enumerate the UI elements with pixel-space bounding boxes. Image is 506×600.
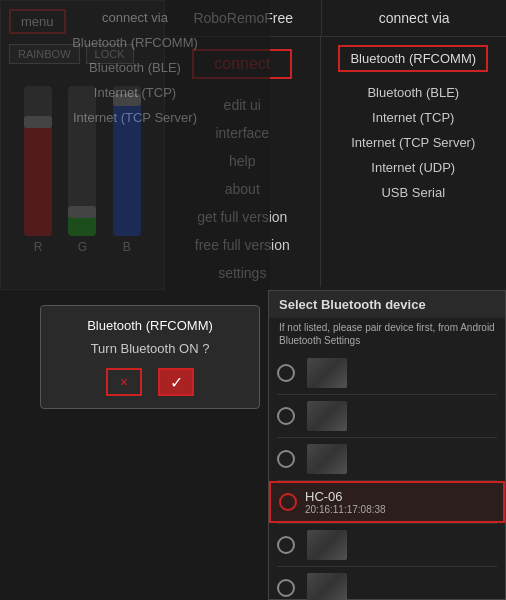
bottom-left-panel: connect via Bluetooth (RFCOMM) Bluetooth… xyxy=(0,0,270,310)
dialog-buttons: × ✓ xyxy=(53,368,247,396)
device-radio-5[interactable] xyxy=(277,579,295,597)
device-thumb-2 xyxy=(307,444,347,474)
device-info-2 xyxy=(303,444,497,474)
device-item-2[interactable] xyxy=(269,438,505,480)
device-thumb-5 xyxy=(307,573,347,600)
dialog-title: Bluetooth (RFCOMM) xyxy=(53,318,247,333)
connect-options-column: Bluetooth (RFCOMM) Bluetooth (BLE) Inter… xyxy=(321,37,506,287)
device-thumb-0 xyxy=(307,358,347,388)
device-info-1 xyxy=(303,401,497,431)
device-item-0[interactable] xyxy=(269,352,505,394)
device-item-5[interactable] xyxy=(269,567,505,600)
device-item-4[interactable] xyxy=(269,524,505,566)
bluetooth-device-panel: Select Bluetooth device If not listed, p… xyxy=(268,290,506,600)
bottom-option-1: Bluetooth (BLE) xyxy=(0,55,270,80)
bottom-option-3: Internet (TCP Server) xyxy=(0,105,270,130)
device-name-hc06: HC-06 xyxy=(305,489,495,504)
device-radio-1[interactable] xyxy=(277,407,295,425)
device-info-4 xyxy=(303,530,497,560)
device-radio-2[interactable] xyxy=(277,450,295,468)
bluetooth-rfcomm-option[interactable]: Bluetooth (RFCOMM) xyxy=(338,45,488,72)
internet-tcp-option[interactable]: Internet (TCP) xyxy=(321,105,506,130)
device-thumb-4 xyxy=(307,530,347,560)
device-radio-0[interactable] xyxy=(277,364,295,382)
device-item-1[interactable] xyxy=(269,395,505,437)
device-info-5 xyxy=(303,573,497,600)
internet-udp-option[interactable]: Internet (UDP) xyxy=(321,155,506,180)
device-info-hc06: HC-06 20:16:11:17:08:38 xyxy=(305,489,495,515)
device-list: HC-06 20:16:11:17:08:38 xyxy=(269,352,505,600)
device-thumb-1 xyxy=(307,401,347,431)
internet-tcp-server-option[interactable]: Internet (TCP Server) xyxy=(321,130,506,155)
dialog-confirm-button[interactable]: ✓ xyxy=(158,368,194,396)
dialog-cancel-button[interactable]: × xyxy=(106,368,142,396)
device-radio-hc06[interactable] xyxy=(279,493,297,511)
bluetooth-ble-option[interactable]: Bluetooth (BLE) xyxy=(321,80,506,105)
device-radio-4[interactable] xyxy=(277,536,295,554)
bottom-option-2: Internet (TCP) xyxy=(0,80,270,105)
device-panel-header: Select Bluetooth device xyxy=(269,291,505,318)
device-address-hc06: 20:16:11:17:08:38 xyxy=(305,504,495,515)
bluetooth-dialog: Bluetooth (RFCOMM) Turn Bluetooth ON ? ×… xyxy=(40,305,260,409)
device-panel-subtitle: If not listed, please pair device first,… xyxy=(269,318,505,352)
usb-serial-option[interactable]: USB Serial xyxy=(321,180,506,205)
bottom-connect-via-label: connect via xyxy=(0,0,270,30)
device-info-0 xyxy=(303,358,497,388)
connect-via-label: connect via xyxy=(322,0,506,36)
bottom-option-0: Bluetooth (RFCOMM) xyxy=(0,30,270,55)
dialog-question: Turn Bluetooth ON ? xyxy=(53,341,247,356)
device-item-hc06[interactable]: HC-06 20:16:11:17:08:38 xyxy=(269,481,505,523)
